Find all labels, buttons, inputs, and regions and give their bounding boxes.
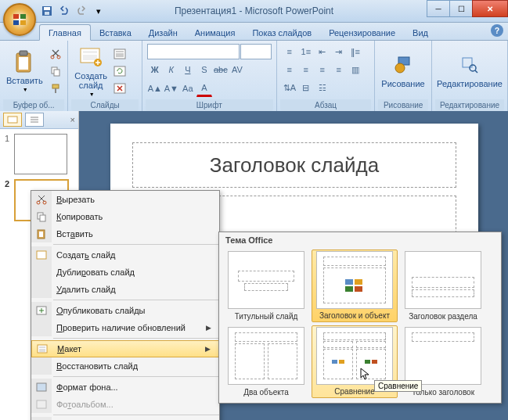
group-draw-label: Рисование	[378, 99, 428, 111]
grow-font-button[interactable]: A▲	[147, 81, 163, 96]
chevron-right-icon: ▶	[206, 324, 214, 332]
svg-rect-18	[83, 55, 97, 60]
close-button[interactable]: ✕	[472, 0, 508, 17]
svg-rect-3	[20, 20, 26, 25]
char-spacing-button[interactable]: AV	[229, 62, 245, 77]
tab-home[interactable]: Главная	[39, 24, 91, 41]
undo-icon[interactable]	[56, 3, 72, 19]
align-text-button[interactable]: ⊟	[298, 80, 314, 95]
numbering-button[interactable]: 1≡	[298, 44, 314, 59]
layout-icon[interactable]	[112, 46, 128, 62]
svg-rect-23	[114, 66, 125, 76]
group-slides-label: Слайды	[71, 99, 139, 111]
group-font-label: Шрифт	[146, 99, 273, 111]
italic-button[interactable]: К	[164, 62, 179, 77]
ctx-new-slide[interactable]: Создать слайд	[31, 246, 219, 264]
shapes-icon	[391, 52, 416, 77]
ctx-cut[interactable]: Вырезать	[31, 191, 219, 208]
bullets-button[interactable]: ≡	[282, 44, 297, 59]
clipboard-icon	[12, 49, 37, 74]
text-direction-button[interactable]: ⇅A	[282, 80, 297, 95]
align-right-button[interactable]: ≡	[315, 62, 330, 77]
font-color-button[interactable]: A	[196, 80, 212, 97]
paste-icon	[31, 225, 52, 242]
svg-rect-49	[339, 360, 344, 364]
save-icon[interactable]	[39, 3, 55, 19]
format-painter-icon[interactable]	[48, 81, 63, 96]
svg-rect-22	[116, 53, 124, 57]
ctx-publish[interactable]: Опубликовать слайды	[31, 302, 219, 319]
help-icon[interactable]: ?	[491, 24, 503, 37]
slides-tab[interactable]	[3, 113, 22, 127]
columns-button[interactable]: ▥	[348, 62, 363, 77]
ctx-delete[interactable]: Удалить слайд	[31, 281, 219, 298]
minimize-button[interactable]: ─	[427, 0, 450, 17]
paste-button[interactable]: Вставить ▼	[3, 48, 46, 94]
indent-dec-button[interactable]: ⇤	[315, 44, 330, 59]
ctx-check-updates[interactable]: Проверить наличие обновлений▶	[31, 319, 219, 336]
layout-title-slide[interactable]: Титульный слайд	[224, 249, 308, 322]
editing-button[interactable]: Редактирование	[435, 51, 504, 90]
font-family-input[interactable]	[147, 44, 240, 59]
svg-rect-0	[13, 14, 19, 19]
ctx-copy[interactable]: Копировать	[31, 208, 219, 225]
shrink-font-button[interactable]: A▼	[164, 81, 179, 96]
change-case-button[interactable]: Aa	[180, 81, 196, 96]
delete-icon[interactable]	[112, 81, 128, 96]
tooltip: Сравнение	[374, 380, 422, 392]
tab-view[interactable]: Вид	[404, 25, 437, 40]
svg-rect-29	[8, 117, 17, 123]
svg-rect-9	[19, 57, 28, 70]
copy-icon[interactable]	[48, 63, 63, 79]
title-placeholder[interactable]: Заголовок слайда	[132, 142, 456, 188]
font-size-input[interactable]	[240, 44, 272, 59]
ctx-reset[interactable]: Восстановить слайд	[31, 357, 219, 375]
maximize-button[interactable]: ☐	[449, 0, 473, 17]
align-left-button[interactable]: ≡	[282, 62, 297, 77]
ctx-paste[interactable]: Вставить	[31, 225, 219, 242]
justify-button[interactable]: ≡	[331, 62, 347, 77]
ctx-hide-slide[interactable]: Скрыть слайд	[31, 417, 219, 420]
svg-rect-42	[37, 400, 46, 408]
new-slide-icon	[31, 246, 52, 264]
ctx-duplicate[interactable]: Дублировать слайд	[31, 264, 219, 281]
tab-design[interactable]: Дизайн	[140, 25, 186, 40]
reset-icon[interactable]	[112, 63, 128, 79]
svg-rect-1	[20, 14, 26, 19]
strikethrough-button[interactable]: abc	[213, 62, 229, 77]
smartart-button[interactable]: ☷	[315, 80, 330, 95]
outline-tab[interactable]	[25, 113, 44, 127]
tab-slideshow[interactable]: Показ слайдов	[243, 25, 320, 40]
svg-rect-39	[39, 346, 45, 348]
svg-rect-50	[365, 360, 370, 364]
shadow-button[interactable]: S	[196, 62, 212, 77]
layout-title-content[interactable]: Заголовок и объект	[312, 249, 398, 322]
tab-review[interactable]: Рецензирование	[320, 25, 404, 40]
svg-rect-13	[54, 70, 59, 76]
underline-button[interactable]: Ч	[180, 62, 196, 77]
tab-insert[interactable]: Вставка	[91, 25, 140, 40]
bold-button[interactable]: Ж	[147, 62, 163, 77]
svg-rect-41	[37, 383, 46, 391]
ctx-format-bg[interactable]: Формат фона...	[31, 379, 219, 396]
tab-animation[interactable]: Анимация	[186, 25, 244, 40]
new-slide-icon	[78, 45, 103, 70]
layout-section-header[interactable]: Заголовок раздела	[401, 249, 485, 322]
slide-thumb-1[interactable]: 1	[5, 134, 74, 174]
cut-icon[interactable]	[48, 46, 63, 62]
new-slide-button[interactable]: Создать слайд ▼	[71, 43, 110, 99]
line-spacing-button[interactable]: ‖≡	[348, 44, 363, 59]
ctx-photo-album: Фотоальбом...	[31, 396, 219, 413]
window-title: Презентация1 - Microsoft PowerPoint	[175, 5, 333, 16]
ctx-layout[interactable]: Макет▶	[31, 340, 219, 357]
album-icon	[31, 396, 52, 413]
office-button[interactable]	[3, 3, 36, 36]
close-pane-icon[interactable]: ×	[70, 115, 75, 124]
drawing-button[interactable]: Рисование	[378, 51, 427, 90]
indent-inc-button[interactable]: ⇥	[331, 44, 347, 59]
align-center-button[interactable]: ≡	[298, 62, 314, 77]
svg-rect-17	[83, 51, 97, 53]
layout-two-content[interactable]: Два объекта	[224, 325, 308, 398]
qat-dropdown-icon[interactable]: ▾	[91, 3, 106, 19]
redo-icon[interactable]	[74, 3, 89, 19]
